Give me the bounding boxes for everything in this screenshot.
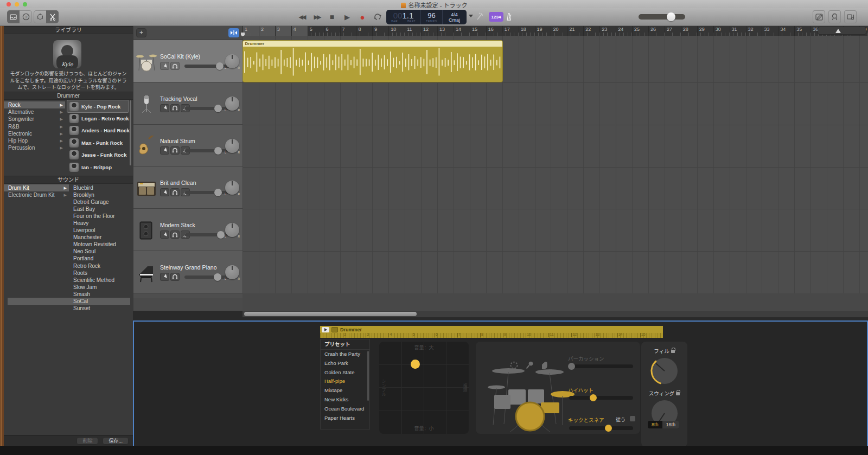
preset-item[interactable]: Golden State <box>321 368 369 377</box>
fill-knob[interactable] <box>649 356 680 386</box>
sound-category-electronic-drum-kit[interactable]: Electronic Drum Kit▶ <box>4 191 69 198</box>
track-row-vocal[interactable]: Tracking Vocal LR <box>133 82 242 125</box>
preset-item[interactable]: Ocean Boulevard <box>321 405 369 414</box>
drummer-list-scrollbar[interactable] <box>130 100 131 165</box>
track-name[interactable]: Natural Strum <box>160 138 195 144</box>
mute-button[interactable] <box>160 104 169 112</box>
kit-item[interactable]: Scientific Method <box>69 277 130 284</box>
kit-item[interactable]: Brooklyn <box>69 191 130 198</box>
track-name[interactable]: Modern Stack <box>160 222 195 228</box>
editor-region-bar[interactable]: Drummer <box>320 326 663 333</box>
pan-knob[interactable]: LR <box>225 265 239 279</box>
kit-item-selected[interactable]: SoCal <box>8 298 130 305</box>
solo-headphones-button[interactable] <box>170 273 180 281</box>
master-volume-knob[interactable] <box>667 12 675 21</box>
kit-item[interactable]: Four on the Floor <box>69 213 130 220</box>
kit-item[interactable]: Sunset <box>69 305 130 312</box>
kit-item[interactable]: Smash <box>69 291 130 298</box>
lcd-chevron-icon[interactable] <box>469 15 473 17</box>
category-songwriter[interactable]: Songwriter▶ <box>4 116 65 123</box>
mute-button[interactable] <box>160 188 169 196</box>
record-button[interactable]: ● <box>356 10 369 23</box>
delete-button[interactable]: 削除 <box>76 437 98 445</box>
mute-button[interactable] <box>160 230 169 239</box>
kit-item[interactable]: Detroit Garage <box>69 198 130 206</box>
preset-item[interactable]: Crash the Party <box>321 350 369 359</box>
kit-item[interactable]: Portland <box>69 255 130 262</box>
kit-item[interactable]: Liverpool <box>69 227 130 234</box>
drummer-item[interactable]: Jesse - Funk Rock <box>67 149 129 161</box>
catch-playhead-button[interactable] <box>228 28 239 37</box>
track-name[interactable]: Brit and Clean <box>160 180 196 186</box>
pan-knob[interactable]: LR <box>225 139 239 153</box>
stop-button[interactable]: ■ <box>326 10 339 23</box>
solo-headphones-button[interactable] <box>170 104 180 112</box>
count-in-button[interactable]: 1234 <box>489 12 503 22</box>
kit-item[interactable]: Manchester <box>69 234 130 241</box>
preset-scrollbar[interactable] <box>367 351 369 401</box>
forward-button[interactable]: ▶▶ <box>310 10 323 23</box>
drummer-region[interactable]: Drummer <box>243 41 502 82</box>
sound-category-drum-kit[interactable]: Drum Kit▶ <box>4 184 69 191</box>
track-row-drummer[interactable]: SoCal Kit (Kyle) LR <box>133 40 242 82</box>
category-electronic[interactable]: Electronic▶ <box>4 130 65 137</box>
percussion-slider[interactable] <box>569 364 633 368</box>
drummer-item[interactable]: Ian - Britpop <box>67 161 129 173</box>
pan-knob[interactable]: LR <box>225 97 239 111</box>
kit-item[interactable]: Neo Soul <box>69 248 130 255</box>
kit-item[interactable]: Retro Rock <box>69 262 130 270</box>
solo-headphones-button[interactable] <box>170 62 180 70</box>
quick-help-button[interactable]: ? <box>20 10 32 23</box>
horizontal-zoom-slider[interactable] <box>818 27 866 34</box>
region-play-button[interactable] <box>322 327 329 332</box>
category-rnb[interactable]: R&B▶ <box>4 123 65 130</box>
timeline-grid[interactable]: Drummer <box>242 36 868 311</box>
rewind-button[interactable]: ◀◀ <box>295 10 308 23</box>
solo-headphones-button[interactable] <box>170 146 180 155</box>
preset-item[interactable]: New Kicks <box>321 395 369 405</box>
hihat-slider[interactable] <box>569 396 633 400</box>
mute-button[interactable] <box>160 62 169 70</box>
kit-item[interactable]: East Bay <box>69 206 130 213</box>
drummer-item[interactable]: Kyle - Pop Rock <box>67 100 129 112</box>
kit-item[interactable]: Roots <box>69 270 130 277</box>
note-pad-button[interactable] <box>813 10 825 23</box>
cycle-button[interactable] <box>371 10 384 23</box>
editor-mini-ruler[interactable]: 2345678910111213141516 <box>320 333 663 338</box>
add-track-button[interactable]: + <box>136 28 146 37</box>
scrollbar-thumb[interactable] <box>244 312 417 316</box>
save-button[interactable]: 保存... <box>103 437 129 445</box>
track-volume-knob[interactable] <box>216 62 224 70</box>
lcd-display[interactable]: 001.1 BARBEAT 96 TEMPO 4/4Cmaj <box>386 10 467 24</box>
track-name[interactable]: Tracking Vocal <box>160 95 197 102</box>
mute-button[interactable] <box>160 146 169 155</box>
category-percussion[interactable]: Percussion▶ <box>4 144 65 151</box>
kit-item[interactable]: Slow Jam <box>69 284 130 291</box>
track-volume-knob[interactable] <box>214 105 222 112</box>
pan-knob[interactable]: LR <box>225 54 239 68</box>
track-volume-knob[interactable] <box>214 273 221 281</box>
zoom-slider-thumb[interactable] <box>835 29 841 33</box>
track-name[interactable]: SoCal Kit (Kyle) <box>160 53 200 60</box>
tuner-button[interactable] <box>473 10 486 23</box>
pan-knob[interactable]: LR <box>225 223 239 237</box>
track-volume-knob[interactable] <box>214 147 222 155</box>
drummer-item[interactable]: Max - Punk Rock <box>67 137 129 149</box>
eighth-note-button[interactable]: 8th <box>648 421 662 428</box>
solo-headphones-button[interactable] <box>170 188 180 196</box>
preset-item[interactable]: Echo Park <box>321 359 369 368</box>
kick-snare-slider[interactable] <box>569 426 633 430</box>
play-button[interactable]: ▶ <box>341 10 354 23</box>
solo-headphones-button[interactable] <box>170 230 180 239</box>
horizontal-scrollbar[interactable] <box>242 311 868 317</box>
editors-button[interactable] <box>46 10 59 23</box>
percussion-slider-knob[interactable] <box>568 363 575 370</box>
preset-item[interactable]: Paper Hearts <box>321 414 369 423</box>
track-name[interactable]: Steinway Grand Piano <box>160 264 216 271</box>
track-row-acoustic[interactable]: Natural Strum LR <box>133 125 242 167</box>
track-row-amp-stack[interactable]: Modern Stack LR <box>133 209 242 251</box>
sixteenth-note-button[interactable]: 16th <box>662 421 680 428</box>
kit-item[interactable]: Motown Revisited <box>69 241 130 248</box>
mute-button[interactable] <box>160 273 169 281</box>
track-row-piano[interactable]: Steinway Grand Piano LR <box>133 251 242 293</box>
